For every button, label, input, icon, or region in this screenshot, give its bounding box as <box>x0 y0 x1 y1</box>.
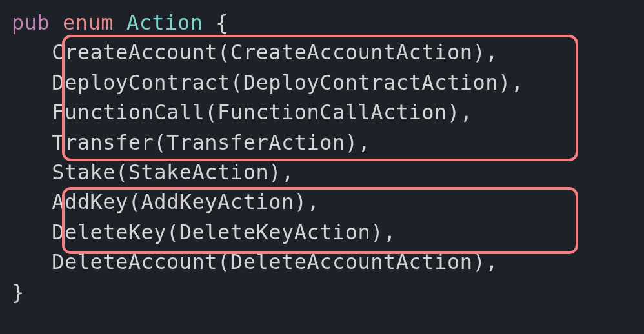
variant-name: Transfer <box>52 130 154 155</box>
variant-inner-type: AddKeyAction <box>141 190 294 214</box>
variant-inner-type: StakeAction <box>128 160 268 184</box>
variant-line: Stake(StakeAction), <box>12 157 632 187</box>
close-brace: } <box>12 280 25 304</box>
code-block: pub enum Action { CreateAccount(CreateAc… <box>12 8 632 307</box>
enum-type-name: Action <box>126 10 203 35</box>
variant-inner-type: TransferAction <box>166 130 345 155</box>
variant-line: AddKey(AddKeyAction), <box>12 187 632 217</box>
variant-name: DeleteAccount <box>52 250 217 274</box>
variant-line: DeleteAccount(DeleteAccountAction), <box>12 247 632 277</box>
variant-inner-type: DeleteKeyAction <box>179 220 370 244</box>
variant-line: CreateAccount(CreateAccountAction), <box>12 37 632 67</box>
enum-declaration-line: pub enum Action { <box>12 8 632 37</box>
variant-inner-type: FunctionCallAction <box>217 100 447 124</box>
variant-name: FunctionCall <box>52 100 205 124</box>
variant-line: FunctionCall(FunctionCallAction), <box>12 97 632 127</box>
variant-line: DeleteKey(DeleteKeyAction), <box>12 217 632 247</box>
variant-name: DeployContract <box>52 70 230 95</box>
variant-inner-type: DeployContractAction <box>243 70 498 95</box>
open-brace: { <box>203 10 228 35</box>
variant-name: Stake <box>52 160 116 184</box>
variant-name: CreateAccount <box>52 40 217 64</box>
variant-name: DeleteKey <box>52 220 166 244</box>
keyword-pub: pub <box>12 10 50 35</box>
variant-line: Transfer(TransferAction), <box>12 128 632 157</box>
close-brace-line: } <box>12 277 632 307</box>
variant-inner-type: CreateAccountAction <box>230 40 473 64</box>
keyword-enum: enum <box>63 10 114 35</box>
variant-line: DeployContract(DeployContractAction), <box>12 68 632 97</box>
variant-inner-type: DeleteAccountAction <box>230 250 473 274</box>
variant-name: AddKey <box>52 190 128 214</box>
